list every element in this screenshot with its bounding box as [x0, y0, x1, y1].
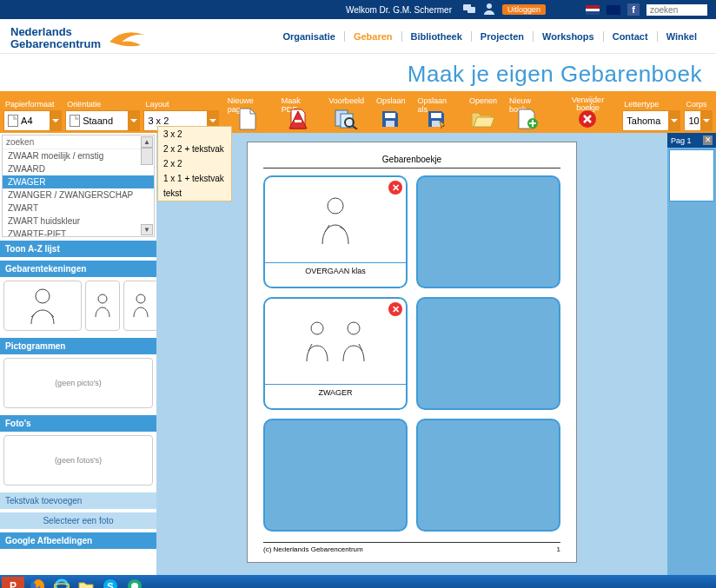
close-page-icon[interactable]: ✕	[703, 135, 713, 145]
list-item[interactable]: ZWARTE-PIET	[3, 228, 154, 237]
chat-icon[interactable]	[462, 3, 476, 16]
svg-rect-11	[432, 121, 441, 127]
welcome-text: Welkom Dr. G.M. Schermer	[346, 5, 452, 15]
scrollbar-thumb[interactable]	[141, 148, 153, 165]
nav-organisatie[interactable]: Organisatie	[274, 31, 345, 42]
maak-pdf-button[interactable]: Maak PDF	[276, 96, 321, 131]
svg-point-18	[311, 322, 323, 334]
close-icon[interactable]: ✕	[388, 302, 402, 316]
list-item[interactable]: ZWAAR moeilijk / ernstig	[3, 149, 154, 162]
svg-point-17	[328, 198, 343, 214]
grid-cell[interactable]	[416, 297, 560, 410]
svg-rect-8	[385, 113, 395, 118]
cell-label: ZWAGER	[265, 384, 406, 400]
grid-cell[interactable]	[416, 419, 560, 532]
selecteer-foto-button[interactable]: Selecteer een foto	[0, 512, 156, 529]
list-item[interactable]: ZWART huidskleur	[3, 215, 154, 228]
grid-cell[interactable]	[416, 175, 560, 288]
layout-label: Layout	[143, 100, 218, 109]
corps-select[interactable]: 10	[684, 110, 713, 131]
scroll-up-icon[interactable]: ▲	[141, 136, 153, 148]
lettertype-select[interactable]: Tahoma	[622, 110, 680, 131]
nieuw-boek-button[interactable]: Nieuw boek	[504, 96, 552, 131]
nav-workshops[interactable]: Workshops	[534, 31, 604, 42]
layout-option[interactable]: 1 x 1 + tekstvak	[158, 171, 231, 186]
chevron-down-icon[interactable]	[668, 110, 680, 131]
new-book-icon	[517, 108, 538, 130]
layout-option[interactable]: 2 x 2 + tekstvak	[158, 142, 231, 156]
taskbar-explorer-icon[interactable]	[75, 577, 97, 588]
taskbar-firefox-icon[interactable]	[26, 577, 49, 588]
taskbar-app-icon[interactable]	[123, 577, 146, 588]
layout-option[interactable]: 2 x 2	[158, 156, 231, 171]
opslaan-als-button[interactable]: Opslaan als	[412, 96, 461, 131]
nav-winkel[interactable]: Winkel	[658, 31, 706, 42]
voorbeeld-button[interactable]: Voorbeeld	[323, 96, 368, 131]
toolbar: Papierformaat A4 Oriëntatie Staand Layou…	[0, 91, 716, 133]
user-icon[interactable]	[483, 3, 495, 17]
list-item[interactable]: ZWANGER / ZWANGERSCHAP	[3, 188, 154, 202]
svg-line-7	[353, 126, 357, 129]
chevron-down-icon[interactable]	[700, 110, 713, 131]
page-icon	[70, 115, 80, 127]
gebarentekeningen-header[interactable]: Gebarentekeningen	[0, 261, 156, 277]
layout-option[interactable]: tekst	[158, 186, 231, 201]
flag-gb-icon[interactable]	[607, 5, 620, 15]
page-thumbnails: Pag 1 ✕	[667, 133, 716, 575]
pdf-icon	[288, 108, 308, 130]
delete-icon	[578, 109, 597, 129]
chevron-down-icon[interactable]	[50, 110, 62, 131]
fotos-header[interactable]: Foto's	[0, 415, 156, 432]
taskbar-ie-icon[interactable]	[50, 577, 73, 588]
orientatie-select[interactable]: Staand	[65, 110, 140, 131]
toon-az-button[interactable]: Toon A-Z lijst	[0, 241, 156, 257]
nav-projecten[interactable]: Projecten	[472, 31, 534, 42]
word-list[interactable]: zoeken ZWAAR moeilijk / ernstig ZWAARD Z…	[2, 135, 155, 237]
page-tab[interactable]: Pag 1 ✕	[667, 133, 716, 148]
papierformaat-select[interactable]: A4	[3, 110, 62, 131]
search-input[interactable]	[646, 4, 707, 16]
nav-gebaren[interactable]: Gebaren	[345, 31, 402, 42]
taskbar-powerpoint-icon[interactable]: P	[2, 577, 24, 588]
nav-contact[interactable]: Contact	[604, 31, 658, 42]
sign-thumb[interactable]	[3, 281, 82, 331]
verwijder-boekje-button[interactable]: Verwijder boekje	[555, 96, 619, 131]
wordlist-search[interactable]: zoeken	[3, 135, 154, 149]
canvas-area: Gebarenboekje ✕ OVERGAAN klas ✕ ZWAGER	[156, 133, 667, 575]
google-afbeeldingen-header[interactable]: Google Afbeeldingen	[0, 532, 156, 549]
foto-empty: (geen fotos's)	[3, 435, 153, 486]
openen-button[interactable]: Openen	[464, 96, 501, 131]
svg-text:S: S	[107, 581, 113, 588]
orientatie-label: Oriëntatie	[65, 100, 140, 109]
book-title: Gebarenboekje	[263, 155, 560, 168]
tekstvak-toevoegen-button[interactable]: Tekstvak toevoegen	[0, 492, 156, 509]
list-item[interactable]: ZWAGER	[3, 175, 154, 188]
svg-rect-10	[431, 113, 441, 118]
scroll-down-icon[interactable]: ▼	[141, 224, 153, 235]
sign-thumb[interactable]	[123, 281, 156, 331]
sidebar: zoeken ZWAAR moeilijk / ernstig ZWAARD Z…	[0, 133, 156, 575]
list-item[interactable]: ZWAARD	[3, 162, 154, 175]
grid-cell[interactable]: ✕ OVERGAAN klas	[263, 175, 408, 288]
picto-empty: (geen picto's)	[3, 358, 153, 408]
chevron-down-icon[interactable]	[128, 110, 140, 131]
nav-bibliotheek[interactable]: Bibliotheek	[402, 31, 472, 42]
logout-button[interactable]: Uitloggen	[502, 4, 546, 15]
facebook-icon[interactable]: f	[627, 3, 640, 16]
pictogrammen-header[interactable]: Pictogrammen	[0, 338, 156, 354]
layout-option[interactable]: 3 x 2	[158, 127, 231, 142]
svg-point-2	[487, 3, 492, 9]
brand-logo[interactable]: Nederlands Gebarencentrum	[10, 24, 149, 52]
grid-cell[interactable]: ✕ ZWAGER	[263, 297, 408, 410]
lettertype-label: Lettertype	[622, 100, 680, 109]
svg-rect-1	[467, 7, 475, 13]
page-thumbnail[interactable]	[669, 149, 714, 202]
flag-nl-icon[interactable]	[586, 5, 600, 15]
svg-rect-3	[295, 120, 302, 122]
list-item[interactable]: ZWART	[3, 202, 154, 215]
opslaan-button[interactable]: Opslaan	[371, 96, 409, 131]
grid-cell[interactable]	[263, 419, 408, 532]
close-icon[interactable]: ✕	[388, 181, 402, 195]
sign-thumb[interactable]	[85, 281, 120, 331]
taskbar-skype-icon[interactable]: S	[99, 577, 122, 588]
